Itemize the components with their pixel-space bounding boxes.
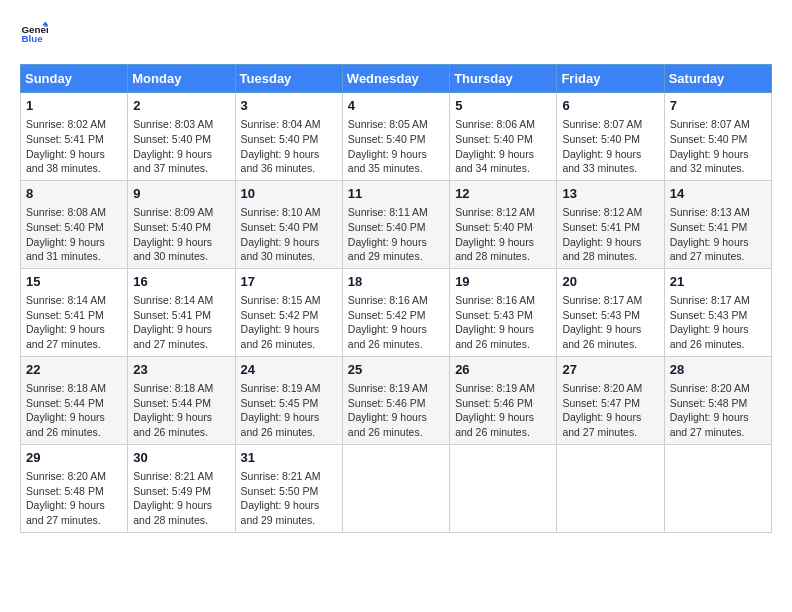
- day-detail: Sunrise: 8:19 AMSunset: 5:45 PMDaylight:…: [241, 382, 321, 438]
- day-number: 26: [455, 361, 551, 379]
- day-number: 30: [133, 449, 229, 467]
- page-header: General Blue: [20, 20, 772, 48]
- day-cell: 8Sunrise: 8:08 AMSunset: 5:40 PMDaylight…: [21, 180, 128, 268]
- day-detail: Sunrise: 8:14 AMSunset: 5:41 PMDaylight:…: [133, 294, 213, 350]
- day-number: 12: [455, 185, 551, 203]
- day-cell: 25Sunrise: 8:19 AMSunset: 5:46 PMDayligh…: [342, 356, 449, 444]
- day-cell: 19Sunrise: 8:16 AMSunset: 5:43 PMDayligh…: [450, 268, 557, 356]
- day-number: 16: [133, 273, 229, 291]
- day-cell: 17Sunrise: 8:15 AMSunset: 5:42 PMDayligh…: [235, 268, 342, 356]
- day-number: 17: [241, 273, 337, 291]
- day-number: 6: [562, 97, 658, 115]
- day-detail: Sunrise: 8:20 AMSunset: 5:47 PMDaylight:…: [562, 382, 642, 438]
- day-number: 21: [670, 273, 766, 291]
- calendar-header-row: SundayMondayTuesdayWednesdayThursdayFrid…: [21, 65, 772, 93]
- day-detail: Sunrise: 8:02 AMSunset: 5:41 PMDaylight:…: [26, 118, 106, 174]
- day-number: 28: [670, 361, 766, 379]
- day-detail: Sunrise: 8:12 AMSunset: 5:40 PMDaylight:…: [455, 206, 535, 262]
- day-detail: Sunrise: 8:18 AMSunset: 5:44 PMDaylight:…: [26, 382, 106, 438]
- day-number: 25: [348, 361, 444, 379]
- day-detail: Sunrise: 8:19 AMSunset: 5:46 PMDaylight:…: [348, 382, 428, 438]
- day-number: 20: [562, 273, 658, 291]
- week-row-1: 1Sunrise: 8:02 AMSunset: 5:41 PMDaylight…: [21, 93, 772, 181]
- day-detail: Sunrise: 8:20 AMSunset: 5:48 PMDaylight:…: [26, 470, 106, 526]
- week-row-3: 15Sunrise: 8:14 AMSunset: 5:41 PMDayligh…: [21, 268, 772, 356]
- day-cell: 1Sunrise: 8:02 AMSunset: 5:41 PMDaylight…: [21, 93, 128, 181]
- logo: General Blue: [20, 20, 52, 48]
- day-detail: Sunrise: 8:19 AMSunset: 5:46 PMDaylight:…: [455, 382, 535, 438]
- day-cell: 22Sunrise: 8:18 AMSunset: 5:44 PMDayligh…: [21, 356, 128, 444]
- day-detail: Sunrise: 8:17 AMSunset: 5:43 PMDaylight:…: [562, 294, 642, 350]
- day-number: 24: [241, 361, 337, 379]
- day-cell: 11Sunrise: 8:11 AMSunset: 5:40 PMDayligh…: [342, 180, 449, 268]
- svg-text:Blue: Blue: [21, 33, 43, 44]
- day-cell: [450, 444, 557, 532]
- day-cell: 21Sunrise: 8:17 AMSunset: 5:43 PMDayligh…: [664, 268, 771, 356]
- day-detail: Sunrise: 8:18 AMSunset: 5:44 PMDaylight:…: [133, 382, 213, 438]
- day-cell: 16Sunrise: 8:14 AMSunset: 5:41 PMDayligh…: [128, 268, 235, 356]
- day-detail: Sunrise: 8:15 AMSunset: 5:42 PMDaylight:…: [241, 294, 321, 350]
- day-detail: Sunrise: 8:04 AMSunset: 5:40 PMDaylight:…: [241, 118, 321, 174]
- day-cell: 31Sunrise: 8:21 AMSunset: 5:50 PMDayligh…: [235, 444, 342, 532]
- day-detail: Sunrise: 8:07 AMSunset: 5:40 PMDaylight:…: [670, 118, 750, 174]
- day-detail: Sunrise: 8:11 AMSunset: 5:40 PMDaylight:…: [348, 206, 428, 262]
- day-detail: Sunrise: 8:05 AMSunset: 5:40 PMDaylight:…: [348, 118, 428, 174]
- day-number: 14: [670, 185, 766, 203]
- day-number: 3: [241, 97, 337, 115]
- day-cell: 26Sunrise: 8:19 AMSunset: 5:46 PMDayligh…: [450, 356, 557, 444]
- day-cell: [664, 444, 771, 532]
- day-cell: 29Sunrise: 8:20 AMSunset: 5:48 PMDayligh…: [21, 444, 128, 532]
- header-thursday: Thursday: [450, 65, 557, 93]
- day-number: 13: [562, 185, 658, 203]
- week-row-4: 22Sunrise: 8:18 AMSunset: 5:44 PMDayligh…: [21, 356, 772, 444]
- day-number: 29: [26, 449, 122, 467]
- day-cell: 13Sunrise: 8:12 AMSunset: 5:41 PMDayligh…: [557, 180, 664, 268]
- day-detail: Sunrise: 8:21 AMSunset: 5:50 PMDaylight:…: [241, 470, 321, 526]
- day-detail: Sunrise: 8:20 AMSunset: 5:48 PMDaylight:…: [670, 382, 750, 438]
- header-friday: Friday: [557, 65, 664, 93]
- day-detail: Sunrise: 8:03 AMSunset: 5:40 PMDaylight:…: [133, 118, 213, 174]
- day-cell: 24Sunrise: 8:19 AMSunset: 5:45 PMDayligh…: [235, 356, 342, 444]
- day-number: 22: [26, 361, 122, 379]
- day-cell: 4Sunrise: 8:05 AMSunset: 5:40 PMDaylight…: [342, 93, 449, 181]
- day-cell: 27Sunrise: 8:20 AMSunset: 5:47 PMDayligh…: [557, 356, 664, 444]
- day-detail: Sunrise: 8:14 AMSunset: 5:41 PMDaylight:…: [26, 294, 106, 350]
- day-detail: Sunrise: 8:16 AMSunset: 5:42 PMDaylight:…: [348, 294, 428, 350]
- day-cell: 10Sunrise: 8:10 AMSunset: 5:40 PMDayligh…: [235, 180, 342, 268]
- day-cell: 15Sunrise: 8:14 AMSunset: 5:41 PMDayligh…: [21, 268, 128, 356]
- day-number: 4: [348, 97, 444, 115]
- day-number: 8: [26, 185, 122, 203]
- calendar-table: SundayMondayTuesdayWednesdayThursdayFrid…: [20, 64, 772, 533]
- day-detail: Sunrise: 8:17 AMSunset: 5:43 PMDaylight:…: [670, 294, 750, 350]
- header-saturday: Saturday: [664, 65, 771, 93]
- day-number: 23: [133, 361, 229, 379]
- day-cell: 14Sunrise: 8:13 AMSunset: 5:41 PMDayligh…: [664, 180, 771, 268]
- header-monday: Monday: [128, 65, 235, 93]
- day-detail: Sunrise: 8:06 AMSunset: 5:40 PMDaylight:…: [455, 118, 535, 174]
- day-detail: Sunrise: 8:09 AMSunset: 5:40 PMDaylight:…: [133, 206, 213, 262]
- day-number: 18: [348, 273, 444, 291]
- week-row-2: 8Sunrise: 8:08 AMSunset: 5:40 PMDaylight…: [21, 180, 772, 268]
- day-cell: 28Sunrise: 8:20 AMSunset: 5:48 PMDayligh…: [664, 356, 771, 444]
- day-number: 5: [455, 97, 551, 115]
- day-detail: Sunrise: 8:13 AMSunset: 5:41 PMDaylight:…: [670, 206, 750, 262]
- day-cell: 9Sunrise: 8:09 AMSunset: 5:40 PMDaylight…: [128, 180, 235, 268]
- day-cell: 30Sunrise: 8:21 AMSunset: 5:49 PMDayligh…: [128, 444, 235, 532]
- header-wednesday: Wednesday: [342, 65, 449, 93]
- header-tuesday: Tuesday: [235, 65, 342, 93]
- day-detail: Sunrise: 8:08 AMSunset: 5:40 PMDaylight:…: [26, 206, 106, 262]
- day-number: 31: [241, 449, 337, 467]
- day-number: 19: [455, 273, 551, 291]
- day-detail: Sunrise: 8:16 AMSunset: 5:43 PMDaylight:…: [455, 294, 535, 350]
- day-cell: [342, 444, 449, 532]
- header-sunday: Sunday: [21, 65, 128, 93]
- day-number: 27: [562, 361, 658, 379]
- day-detail: Sunrise: 8:07 AMSunset: 5:40 PMDaylight:…: [562, 118, 642, 174]
- day-number: 11: [348, 185, 444, 203]
- day-cell: 18Sunrise: 8:16 AMSunset: 5:42 PMDayligh…: [342, 268, 449, 356]
- day-cell: 6Sunrise: 8:07 AMSunset: 5:40 PMDaylight…: [557, 93, 664, 181]
- day-cell: 2Sunrise: 8:03 AMSunset: 5:40 PMDaylight…: [128, 93, 235, 181]
- day-detail: Sunrise: 8:21 AMSunset: 5:49 PMDaylight:…: [133, 470, 213, 526]
- day-number: 2: [133, 97, 229, 115]
- day-cell: 7Sunrise: 8:07 AMSunset: 5:40 PMDaylight…: [664, 93, 771, 181]
